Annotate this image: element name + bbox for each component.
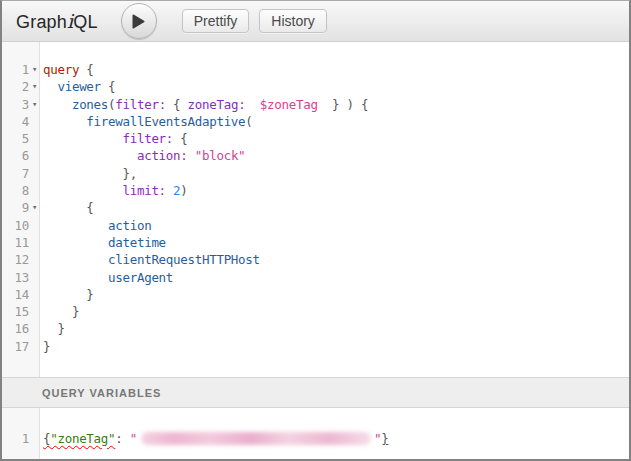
token-property: clientRequestHTTPHost xyxy=(108,252,260,267)
token-attribute: filter: xyxy=(115,97,166,112)
code-line[interactable]: 16 } xyxy=(2,320,629,337)
fold-spacer xyxy=(29,217,40,234)
code-text[interactable]: }, xyxy=(40,165,137,182)
token-punctuation: } xyxy=(381,431,388,446)
code-line[interactable]: 9▾ { xyxy=(2,199,629,216)
token-punctuation xyxy=(43,131,122,146)
line-number: 14 xyxy=(2,286,29,303)
code-text[interactable]: } xyxy=(40,320,65,337)
code-line[interactable]: 15 } xyxy=(2,303,629,320)
code-line[interactable]: 8 limit: 2) xyxy=(2,182,629,199)
line-number: 16 xyxy=(2,320,29,337)
line-number: 15 xyxy=(2,303,29,320)
token-punctuation xyxy=(43,183,122,198)
code-text[interactable]: viewer { xyxy=(40,78,115,95)
fold-arrow-icon[interactable]: ▾ xyxy=(29,96,40,113)
code-text[interactable]: { xyxy=(40,199,94,216)
token-punctuation xyxy=(43,97,72,112)
history-button[interactable]: History xyxy=(259,9,327,33)
token-string: "block" xyxy=(195,148,246,163)
code-line[interactable]: 7 }, xyxy=(2,165,629,182)
fold-spacer xyxy=(29,113,40,130)
line-number: 10 xyxy=(2,217,29,234)
token-property: zones xyxy=(72,97,108,112)
token-property: action xyxy=(108,218,151,233)
token-punctuation xyxy=(43,79,57,94)
token-punctuation xyxy=(166,183,173,198)
token-punctuation: { xyxy=(79,62,93,77)
code-line[interactable]: 10 action xyxy=(2,217,629,234)
token-punctuation xyxy=(43,270,108,285)
code-line[interactable]: 11 datetime xyxy=(2,234,629,251)
code-text[interactable]: filter: { xyxy=(40,130,188,147)
token-property: firewallEventsAdaptive xyxy=(86,114,245,129)
token-punctuation: { xyxy=(166,97,188,112)
code-line[interactable]: 14 } xyxy=(2,286,629,303)
fold-arrow-icon[interactable]: ▾ xyxy=(29,78,40,95)
token-string: " xyxy=(123,431,137,446)
token-attribute: zoneTag: xyxy=(188,97,246,112)
token-punctuation xyxy=(43,114,86,129)
token-punctuation: { xyxy=(43,200,94,215)
fold-arrow-icon[interactable]: ▾ xyxy=(29,199,40,216)
token-punctuation: ) xyxy=(180,183,187,198)
query-editor[interactable]: 1▾query {2▾ viewer {3▾ zones(filter: { z… xyxy=(2,42,629,377)
code-text[interactable]: query { xyxy=(40,61,94,78)
code-text[interactable]: } xyxy=(40,338,50,355)
token-attribute: limit: xyxy=(122,183,165,198)
token-punctuation: ( xyxy=(245,114,252,129)
code-text[interactable]: action xyxy=(40,217,151,234)
token-property: datetime xyxy=(108,235,166,250)
code-text[interactable]: limit: 2) xyxy=(40,182,188,199)
line-number: 2 xyxy=(2,78,29,95)
code-text[interactable]: clientRequestHTTPHost xyxy=(40,251,260,268)
code-line[interactable]: 6 action: "block" xyxy=(2,147,629,164)
code-line[interactable]: 2▾ viewer { xyxy=(2,78,629,95)
logo-text-graph: Graph xyxy=(16,12,67,32)
code-text[interactable]: {"zoneTag": ""} xyxy=(40,430,388,447)
token-punctuation xyxy=(43,148,137,163)
token-property: userAgent xyxy=(108,270,173,285)
code-text[interactable]: zones(filter: { zoneTag: $zoneTag } ) { xyxy=(40,96,368,113)
code-line[interactable]: 4 firewallEventsAdaptive( xyxy=(2,113,629,130)
play-icon xyxy=(131,13,146,30)
line-number: 4 xyxy=(2,113,29,130)
logo-text-ql: QL xyxy=(73,12,97,32)
token-punctuation: } ) { xyxy=(318,97,369,112)
token-attribute: action: xyxy=(137,148,188,163)
line-number: 1 xyxy=(2,61,29,78)
code-text[interactable]: datetime xyxy=(40,234,166,251)
variables-editor[interactable]: 1{"zoneTag": ""} xyxy=(2,408,629,459)
fold-spacer xyxy=(29,430,40,447)
fold-spacer xyxy=(29,147,40,164)
code-line[interactable]: 13 userAgent xyxy=(2,269,629,286)
code-line[interactable]: 1{"zoneTag": ""} xyxy=(2,430,629,447)
fold-spacer xyxy=(29,234,40,251)
code-text[interactable]: } xyxy=(40,286,94,303)
fold-spacer xyxy=(29,130,40,147)
token-punctuation xyxy=(43,235,108,250)
code-line[interactable]: 17} xyxy=(2,338,629,355)
fold-arrow-icon[interactable]: ▾ xyxy=(29,61,40,78)
code-text[interactable]: action: "block" xyxy=(40,147,245,164)
variables-title-bar[interactable]: QUERY VARIABLES xyxy=(2,377,629,408)
prettify-button[interactable]: Prettify xyxy=(182,9,250,33)
fold-spacer xyxy=(29,338,40,355)
fold-spacer xyxy=(29,251,40,268)
code-line[interactable]: 12 clientRequestHTTPHost xyxy=(2,251,629,268)
token-punctuation: } xyxy=(43,321,65,336)
code-line[interactable]: 5 filter: { xyxy=(2,130,629,147)
execute-button[interactable] xyxy=(121,3,157,39)
line-number: 6 xyxy=(2,147,29,164)
token-punctuation: { xyxy=(101,79,115,94)
fold-spacer xyxy=(29,303,40,320)
code-text[interactable]: firewallEventsAdaptive( xyxy=(40,113,253,130)
code-text[interactable]: } xyxy=(40,303,79,320)
code-line[interactable]: 3▾ zones(filter: { zoneTag: $zoneTag } )… xyxy=(2,96,629,113)
token-punctuation xyxy=(43,252,108,267)
line-number: 12 xyxy=(2,251,29,268)
line-number: 1 xyxy=(2,430,29,447)
code-line[interactable]: 1▾query { xyxy=(2,61,629,78)
code-text[interactable]: userAgent xyxy=(40,269,173,286)
token-attribute: filter: xyxy=(122,131,173,146)
